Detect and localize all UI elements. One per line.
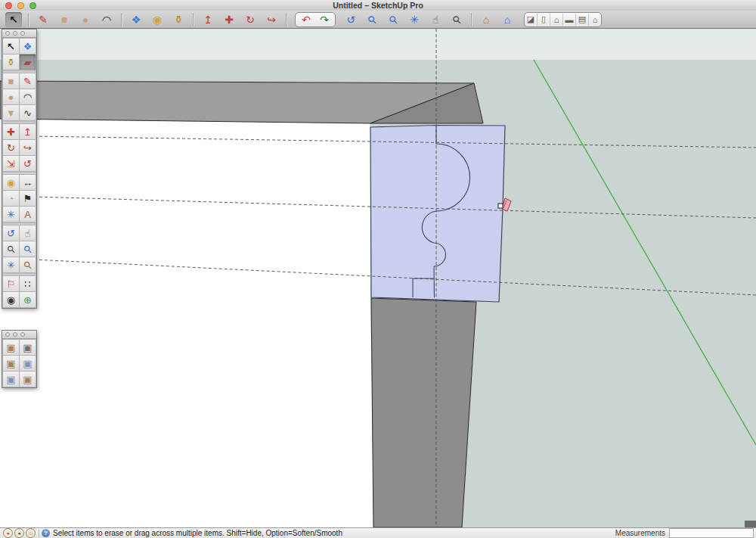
palette-close-button[interactable] [5,31,10,36]
palette-minimize-button[interactable] [13,31,17,36]
main-toolbar: ↖✎■●◠❖◉⚱↥✚↻↪↶↷↺⚲⚲✳☝⚲⌂⌂◪▯⌂▬▤⌂ [0,11,756,29]
paint-bucket-icon: ⚱ [7,58,15,67]
zoom-button[interactable]: ⚲ [448,12,465,27]
palette-tool-scale[interactable]: ⇲ [3,156,19,171]
redo-button[interactable]: ↷ [316,14,333,26]
help-icon[interactable]: ? [42,529,50,537]
zoom-window-button[interactable]: ⚲ [364,12,380,27]
palette-tool-follow-me[interactable]: ↪ [20,140,36,155]
palette-tool-make-component[interactable]: ❖ [20,39,36,54]
credits-status-icon[interactable]: ● [14,528,24,538]
selected-profile-face[interactable] [370,126,505,303]
palette-tool-zoom-extents[interactable]: ✳ [3,257,19,272]
geo-location-status-icon[interactable]: ● [3,528,13,538]
palette-tool-polygon[interactable]: ▼ [3,105,19,120]
toolbar-separator [28,13,29,26]
palette-tool-protractor[interactable]: ◔ [3,191,19,206]
view-iso-button[interactable]: ◪ [525,14,538,26]
palette-tool-union[interactable]: ▣ [3,356,19,371]
palette-tool-subtract[interactable]: ▣ [20,356,36,371]
move-icon: ✚ [225,14,234,25]
palette-header [2,30,36,38]
window-title: Untitled – SketchUp Pro [0,1,756,10]
undo-button[interactable]: ↶ [298,14,314,26]
palette-tool-split[interactable]: ▣ [20,372,36,387]
drawing-canvas[interactable] [0,29,756,527]
palette-tool-text[interactable]: ⚑ [20,191,36,206]
palette-tool-paint-bucket[interactable]: ⚱ [3,54,19,70]
tape-measure-icon: ◉ [7,178,15,188]
palette-tool-freehand[interactable]: ∿ [20,105,36,120]
palette-tool-tape-measure[interactable]: ◉ [3,175,19,190]
paint-bucket-button[interactable]: ⚱ [170,12,187,27]
palette-tool-pan[interactable]: ☝ [20,225,36,241]
palette-tool-3d-text[interactable]: A [20,207,36,222]
share-model-icon: ⌂ [504,14,510,25]
palette-tool-move[interactable]: ✚ [3,124,19,139]
follow-me-button[interactable]: ↪ [263,12,280,27]
orbit-button[interactable]: ↺ [342,12,359,27]
make-component-icon: ❖ [132,14,141,25]
palette-tool-walk[interactable]: ∷ [20,276,36,291]
share-model-button[interactable]: ⌂ [499,12,516,27]
view-home-icon: ⌂ [593,15,598,24]
move-button[interactable]: ✚ [221,12,237,27]
palette-zoom-button[interactable] [20,31,25,36]
palette-tool-zoom-window[interactable]: ⚲ [20,241,36,257]
palette-tool-push-pull[interactable]: ↥ [20,124,36,139]
zoom-extents-button[interactable]: ✳ [406,12,423,27]
palette-tool-zoom-previous[interactable]: ⚲ [20,257,36,272]
line-button[interactable]: ✎ [35,12,51,27]
palette-tool-axes[interactable]: ✳ [3,207,19,222]
palette-tool-section-plane[interactable]: ⊕ [20,292,36,307]
palette-tool-eraser[interactable]: ▰ [20,54,36,70]
measurements-input[interactable] [669,528,754,538]
title-bar: Untitled – SketchUp Pro [0,0,756,11]
palette-header [2,331,36,339]
palette-tool-look-around[interactable]: ◉ [3,292,19,307]
palette-tool-position-camera[interactable]: ⚐ [3,276,19,291]
corner-column-face[interactable] [371,298,476,527]
push-pull-button[interactable]: ↥ [200,12,216,27]
view-back-button[interactable]: ▤ [576,14,589,26]
palette-tool-intersect[interactable]: ▣ [20,340,36,355]
rectangle-icon: ■ [8,76,14,86]
palette-tool-offset[interactable]: ↺ [20,156,36,171]
view-right-button[interactable]: ▯ [538,14,550,26]
sketchup-window: { "window": { "title": "Untitled – Sketc… [0,0,756,538]
palette-tool-rectangle[interactable]: ■ [3,73,19,89]
user-status-icon[interactable]: ☺ [26,528,36,538]
palette-tool-dimension[interactable]: ↔ [20,175,36,190]
palette-tool-outer-shell[interactable]: ▣ [3,340,19,355]
zoom-previous-icon: ⚲ [22,259,34,271]
make-component-button[interactable]: ❖ [128,12,144,27]
wall-front-face[interactable] [0,119,373,527]
tape-measure-button[interactable]: ◉ [149,12,166,27]
select-button[interactable]: ↖ [5,12,22,27]
view-front-button[interactable]: ⌂ [550,14,563,26]
pan-button[interactable]: ☝ [427,12,444,27]
palette-tool-line[interactable]: ✎ [20,73,36,89]
zoom-extents-icon: ✳ [410,14,419,25]
toolbar-separator [286,13,287,26]
rotate-button[interactable]: ↻ [242,12,259,27]
zoom-previous-button[interactable]: ⚲ [385,12,401,27]
palette-zoom-button[interactable] [20,332,25,337]
palette-minimize-button[interactable] [13,332,17,337]
view-top-button[interactable]: ▬ [563,14,576,26]
rectangle-button[interactable]: ■ [56,12,73,27]
get-models-button[interactable]: ⌂ [478,12,494,27]
arc-button[interactable]: ◠ [98,12,115,27]
palette-tool-circle[interactable]: ● [3,89,19,104]
palette-tool-zoom[interactable]: ⚲ [3,241,19,257]
view-home-button[interactable]: ⌂ [589,14,601,26]
undo-icon: ↶ [302,14,311,25]
circle-button[interactable]: ● [77,12,94,27]
palette-tool-select[interactable]: ↖ [3,39,19,54]
palette-tool-arc[interactable]: ◠ [20,89,36,104]
palette-close-button[interactable] [5,332,10,337]
palette-tool-trim[interactable]: ▣ [3,372,19,387]
scale-icon: ⇲ [7,159,15,169]
palette-tool-rotate[interactable]: ↻ [3,140,19,155]
palette-tool-orbit[interactable]: ↺ [3,225,19,241]
